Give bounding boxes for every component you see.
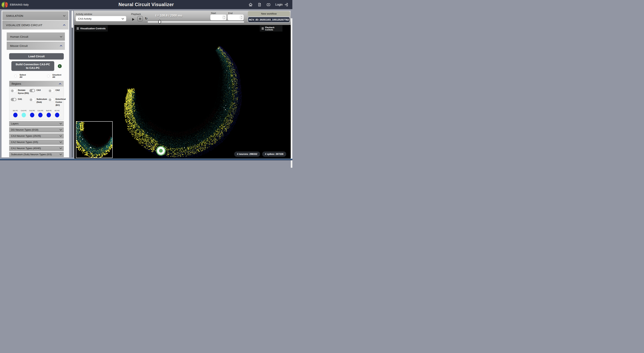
ebrains-brain-logo[interactable]: [1, 1, 8, 8]
chevron-down-icon: [60, 153, 62, 155]
end-input[interactable]: [228, 15, 244, 20]
info-icon[interactable]: i: [58, 64, 62, 68]
activity-window-select[interactable]: CA3 Activity: [76, 16, 126, 21]
chevron-up-icon: [60, 45, 62, 47]
accordion-visualize-demo-circuit[interactable]: VISUALIZE DEMO CIRCUIT: [2, 21, 68, 30]
reset-playback-icon[interactable]: ↻: [145, 17, 148, 21]
activity-window-value: CA3 Activity: [78, 17, 92, 20]
playback-label: Playback: [131, 13, 141, 16]
accordion-label: CA2 Neuron Types (0/5): [11, 141, 38, 143]
accordion-layers[interactable]: Layers: [9, 121, 64, 126]
minimap-canvas: [76, 122, 112, 158]
accordion-subiculum-sub-neuron-types-0-3-[interactable]: Subiculum (Sub) Neuron Types (0/3): [9, 152, 64, 157]
accordion-ca1-neuron-types-40-40-[interactable]: CA1 Neuron Types (40/40): [9, 146, 64, 151]
swatch-label: DG PC: [13, 110, 18, 112]
vertical-scrollbar[interactable]: [291, 18, 292, 160]
minimap[interactable]: [76, 121, 112, 158]
swatch-color-dot[interactable]: [22, 113, 26, 117]
region-toggle-ca1[interactable]: CA1: [11, 98, 30, 107]
toggle-label: CA2: [56, 89, 60, 92]
toggle-label: CA3: [36, 89, 41, 92]
toggle-on[interactable]: [30, 89, 35, 92]
toggle-off[interactable]: [48, 89, 54, 92]
accordion-human-circuit[interactable]: Human Circuit: [7, 33, 65, 41]
sidebar: SIMULATION VISUALIZE DEMO CIRCUIT Human …: [2, 11, 69, 157]
accordion-regions[interactable]: Regions: [9, 81, 64, 87]
login-icon: [284, 3, 288, 7]
top-navigation-bar: EBRAINS-Italy Neural Circuit Visualizer …: [0, 0, 292, 9]
neuron-color-swatch: CA1 PC: [36, 110, 44, 117]
build-connection-button[interactable]: Build Connection CA3-PC to CA1-PC: [11, 61, 54, 71]
swatch-label: CA1 PC: [38, 110, 43, 112]
sidebar-scrollbar-thumb[interactable]: [72, 11, 73, 28]
swatch-color-dot[interactable]: [13, 113, 18, 117]
page-background: SIMULATION VISUALIZE DEMO CIRCUIT Human …: [0, 9, 292, 159]
neuron-color-swatch: CA2 PC: [28, 110, 36, 117]
document-info-icon[interactable]: [258, 3, 262, 7]
region-toggle-entorhinal-cortex-ec-[interactable]: Entorhinal Cortex (EC): [48, 98, 66, 107]
swatch-color-dot[interactable]: [38, 113, 42, 117]
accordion-ca3-neuron-types-25-25-[interactable]: CA3 Neuron Types (25/25): [9, 133, 64, 139]
play-button[interactable]: [132, 18, 134, 21]
start-input[interactable]: [210, 15, 226, 20]
region-toggle-dentate-gyrus-dg-[interactable]: Dentate Gyrus (DG): [11, 89, 30, 95]
swatch-color-dot[interactable]: [30, 113, 34, 117]
swatch-color-dot[interactable]: [55, 113, 59, 117]
accordion-label: Mouse Circuit: [10, 44, 28, 47]
new-workflow-button[interactable]: New workflow: [248, 11, 290, 16]
accordion-label: Layers: [11, 122, 19, 125]
accordion-ca2-neuron-types-0-5-[interactable]: CA2 Neuron Types (0/5): [9, 140, 64, 145]
neuron-color-swatch: Sub PC: [44, 110, 53, 117]
toggle-off[interactable]: [11, 89, 16, 92]
mouse-circuit-content: Load Circuit Build Connection CA3-PC to …: [2, 51, 69, 120]
chevron-down-icon: [60, 141, 62, 143]
accordion-label: VISUALIZE DEMO CIRCUIT: [6, 24, 42, 27]
accordion-label: CA1 Neuron Types (40/40): [11, 147, 41, 150]
load-circuit-button[interactable]: Load Circuit: [9, 53, 64, 60]
home-icon[interactable]: [248, 3, 253, 7]
stepper-arrows-icon[interactable]: [240, 15, 243, 20]
chevron-down-icon: [63, 14, 66, 17]
neuron-type-accordions: LayersDG Neuron Types (0/18)CA3 Neuron T…: [9, 121, 64, 157]
sidebar-scrollbar-track[interactable]: [72, 11, 73, 157]
time-display: t = 108.8 / 2000 ms: [155, 14, 182, 17]
accordion-mouse-circuit[interactable]: Mouse Circuit: [7, 42, 65, 50]
toggle-label: CA1: [18, 98, 22, 101]
region-toggle-ca2[interactable]: CA2: [48, 89, 66, 95]
toggle-off[interactable]: [30, 98, 35, 101]
regions-section: Regions Dentate Gyrus (DG)CA3CA2CA1Subic…: [9, 81, 64, 120]
swatch-color-dot[interactable]: [46, 113, 51, 117]
timeline-slider-thumb[interactable]: [158, 20, 161, 24]
chevron-down-icon: [60, 134, 62, 137]
select-all-radio[interactable]: [14, 75, 17, 77]
main-area: Activity window CA3 Activity Playback ↻ …: [74, 11, 291, 160]
toggle-off[interactable]: [48, 98, 54, 101]
toggle-on[interactable]: [11, 98, 16, 101]
neurons-count-badge: # neurons :298332: [234, 152, 260, 157]
chevron-up-icon: [63, 24, 66, 27]
stepper-arrows-icon[interactable]: [222, 15, 226, 20]
region-toggle-ca3[interactable]: CA3: [30, 89, 48, 95]
region-toggle-subiculum-sub-[interactable]: Subiculum (Sub): [30, 98, 48, 107]
playback-controls-label: Playback Contols: [265, 26, 280, 31]
visualization-controls-panel[interactable]: Visualization Controls: [75, 25, 108, 32]
record-button[interactable]: [156, 146, 166, 156]
pause-button[interactable]: [138, 16, 143, 21]
accordion-dg-neuron-types-0-18-[interactable]: DG Neuron Types (0/18): [9, 127, 64, 132]
brand-text: EBRAINS-Italy: [10, 3, 29, 6]
horizontal-scrollbar[interactable]: [0, 159, 292, 160]
accordion-simulation[interactable]: SIMULATION: [2, 11, 68, 20]
toggle-label: Dentate Gyrus (DG): [18, 89, 30, 95]
unselect-all-label: Unselect All: [52, 74, 64, 78]
video-tutorial-icon[interactable]: [266, 3, 270, 7]
playback-controls-panel[interactable]: Playback Contols: [260, 25, 282, 32]
swatch-label: CA2 PC: [29, 110, 35, 112]
unselect-all-radio[interactable]: [47, 75, 50, 77]
visualization-viewport: Visualization Controls Playback Contols …: [74, 25, 291, 159]
info-icon-wrapper: i: [57, 62, 62, 70]
start-label: Start: [211, 12, 216, 15]
login-button[interactable]: Login: [276, 3, 288, 7]
swatch-label: CA3 PC: [21, 110, 27, 112]
chevron-down-icon: [60, 35, 62, 38]
timeline-slider[interactable]: [148, 21, 244, 23]
